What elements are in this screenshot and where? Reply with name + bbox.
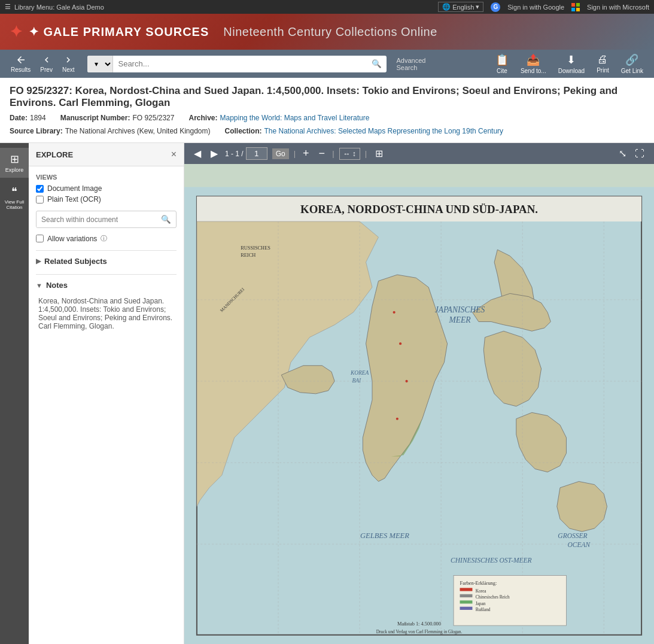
svg-text:CHINESISCHES OST-MEER: CHINESISCHES OST-MEER (451, 557, 532, 564)
document-image-checkbox[interactable] (36, 185, 44, 193)
allow-variations-checkbox[interactable] (36, 235, 44, 242)
separator2: | (332, 149, 334, 158)
search-within-button[interactable]: 🔍 (156, 211, 176, 227)
download-icon: ⬇ (567, 53, 576, 66)
document-title: FO 925/2327: Korea, Nordost-China and Su… (10, 85, 644, 109)
page-next-button[interactable]: ▶ (208, 147, 220, 160)
library-menu[interactable]: ☰ Library Menu: Gale Asia Demo (5, 3, 104, 11)
document-image-row[interactable]: Document Image (36, 184, 177, 193)
search-button[interactable]: 🔍 (367, 56, 387, 72)
toolbar-nav: Results Prev Next (7, 52, 78, 75)
brand-logo: ✦ ✦ GALE PRIMARY SOURCES (10, 23, 209, 41)
svg-point-33 (393, 311, 396, 314)
search-bar: ▾ 🔍 (87, 56, 387, 72)
viewer-toolbar: ◀ ▶ 1 - 1 / Go | + − | ↔ ↕ | ⊞ ⤡ ⛶ (184, 143, 654, 164)
collection-link[interactable]: The National Archives: Selected Maps Rep… (264, 127, 504, 135)
fullscreen-group: ⤡ ⛶ (616, 147, 647, 160)
svg-rect-27 (460, 600, 473, 603)
svg-text:BAI: BAI (352, 378, 361, 384)
meta-date: Date: 1894 (10, 114, 46, 122)
explore-header: EXPLORE × (29, 143, 184, 166)
main-content: ⊞ Explore ❝ View Full Citation EXPLORE ×… (0, 143, 654, 644)
results-button[interactable]: Results (7, 52, 34, 75)
notes-header[interactable]: ▼ Notes (36, 281, 177, 292)
link-icon: 🔗 (625, 53, 638, 66)
toolbar-actions: 📋 Cite 📤 Send to... ⬇ Download 🖨 Print 🔗… (492, 52, 647, 75)
explore-panel: EXPLORE × VIEWS Document Image Plain Tex… (29, 143, 184, 644)
sidebar-item-citation[interactable]: ❝ View Full Citation (0, 180, 29, 215)
zoom-in-button[interactable]: + (300, 147, 312, 160)
zoom-out-button[interactable]: − (317, 147, 328, 160)
viewer-image: KOREA, NORDOST-CHINA UND SÜD-JAPAN. (184, 164, 654, 644)
print-button[interactable]: 🖨 Print (593, 52, 613, 75)
menu-icon: ☰ (5, 3, 11, 11)
svg-text:MEER: MEER (448, 315, 471, 324)
close-panel-button[interactable]: × (171, 149, 177, 160)
top-bar: ☰ Library Menu: Gale Asia Demo 🌐 English… (0, 0, 654, 14)
sign-in-google[interactable]: Sign in with Google (507, 4, 564, 11)
info-icon[interactable]: ⓘ (101, 234, 107, 243)
brand-subtitle: Nineteenth Century Collections Online (223, 25, 437, 39)
svg-text:Korea: Korea (476, 588, 487, 594)
search-type-dropdown[interactable]: ▾ (87, 56, 113, 72)
svg-text:Japan: Japan (476, 601, 486, 606)
sign-in-microsoft[interactable]: Sign in with Microsoft (587, 4, 649, 11)
svg-text:Rußland: Rußland (476, 607, 491, 612)
svg-rect-25 (460, 594, 473, 597)
svg-text:JAPANISCHES: JAPANISCHES (435, 305, 485, 314)
related-subjects-header[interactable]: ▶ Related Subjects (36, 257, 177, 268)
viewer-area: ◀ ▶ 1 - 1 / Go | + − | ↔ ↕ | ⊞ ⤡ ⛶ (184, 143, 654, 644)
archive-link[interactable]: Mapping the World: Maps and Travel Liter… (220, 114, 370, 122)
fullscreen-button[interactable]: ⛶ (632, 147, 647, 160)
send-icon: 📤 (527, 53, 540, 66)
send-to-button[interactable]: 📤 Send to... (517, 52, 550, 75)
get-link-button[interactable]: 🔗 Get Link (618, 52, 647, 75)
svg-text:KOREA, NORDOST-CHINA UND SÜD-J: KOREA, NORDOST-CHINA UND SÜD-JAPAN. (300, 203, 538, 215)
language-button[interactable]: 🌐 English ▾ (438, 2, 483, 12)
search-within-input[interactable] (36, 212, 156, 227)
fit-width-button[interactable]: ↔ ↕ (339, 148, 360, 160)
svg-text:Druck und Verlag von Carl Flem: Druck und Verlag von Carl Flemming in Gl… (376, 629, 463, 634)
plain-text-row[interactable]: Plain Text (OCR) (36, 195, 177, 203)
next-button[interactable]: Next (59, 52, 78, 75)
notes-content: Korea, Nordost-China and Sued Japan. 1:4… (36, 292, 177, 330)
search-input[interactable] (113, 56, 367, 72)
advanced-search-link[interactable]: Advanced Search (396, 57, 425, 71)
views-section: VIEWS Document Image Plain Text (OCR) (36, 174, 177, 203)
map-container: KOREA, NORDOST-CHINA UND SÜD-JAPAN. (184, 164, 654, 644)
svg-text:Farben-Erklärung:: Farben-Erklärung: (460, 581, 497, 586)
expand-button[interactable]: ⤡ (616, 147, 629, 160)
related-subjects-section: ▶ Related Subjects (36, 250, 177, 274)
plain-text-checkbox[interactable] (36, 196, 44, 203)
explore-body: VIEWS Document Image Plain Text (OCR) 🔍 … (29, 166, 184, 344)
document-info: FO 925/2327: Korea, Nordost-China and Su… (0, 78, 654, 143)
explore-title: EXPLORE (36, 150, 73, 159)
page-number-input[interactable] (246, 147, 267, 160)
svg-text:Maßstab 1: 4.500.000: Maßstab 1: 4.500.000 (397, 621, 441, 627)
layout-button[interactable]: ⊞ (372, 147, 387, 160)
page-prev-button[interactable]: ◀ (191, 147, 203, 160)
meta-source-library: Source Library: The National Archives (K… (10, 127, 211, 135)
chevron-right-icon: ▶ (36, 257, 41, 265)
prev-button[interactable]: Prev (36, 52, 56, 75)
svg-point-34 (399, 342, 401, 345)
map-svg: KOREA, NORDOST-CHINA UND SÜD-JAPAN. (184, 164, 654, 644)
go-button[interactable]: Go (272, 148, 289, 159)
svg-text:REICH: REICH (241, 253, 255, 258)
sidebar-item-explore[interactable]: ⊞ Explore (0, 148, 29, 178)
cite-button[interactable]: 📋 Cite (492, 52, 512, 75)
download-button[interactable]: ⬇ Download (555, 52, 588, 75)
meta-collection: Collection: The National Archives: Selec… (225, 127, 504, 135)
sidebar: ⊞ Explore ❝ View Full Citation (0, 143, 29, 644)
svg-rect-23 (460, 588, 473, 591)
chevron-down-icon: ▼ (36, 282, 42, 289)
cite-icon: 📋 (495, 53, 509, 66)
top-bar-right: 🌐 English ▾ G Sign in with Google Sign i… (438, 2, 649, 12)
svg-text:RUSSISCHES: RUSSISCHES (241, 245, 270, 251)
svg-text:GROSSER: GROSSER (558, 532, 587, 539)
notes-section: ▼ Notes Korea, Nordost-China and Sued Ja… (36, 274, 177, 336)
svg-rect-29 (460, 607, 473, 610)
explore-icon: ⊞ (10, 153, 19, 166)
google-icon: G (491, 2, 500, 12)
chevron-down-icon: ▾ (476, 3, 479, 11)
